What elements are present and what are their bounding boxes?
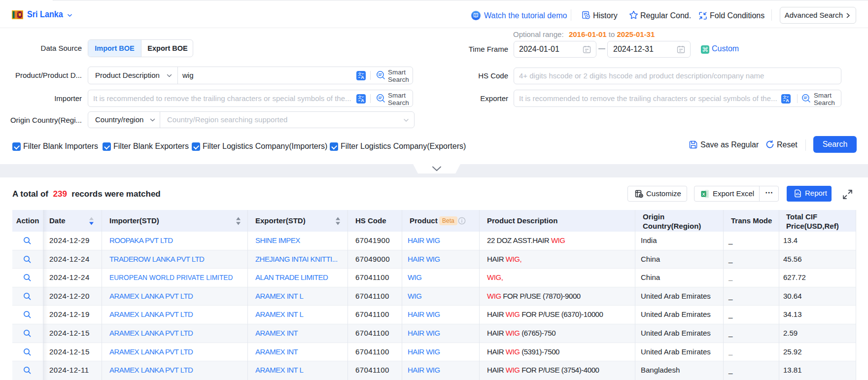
svg-text:A: A bbox=[786, 98, 789, 103]
svg-text:X: X bbox=[702, 192, 705, 197]
